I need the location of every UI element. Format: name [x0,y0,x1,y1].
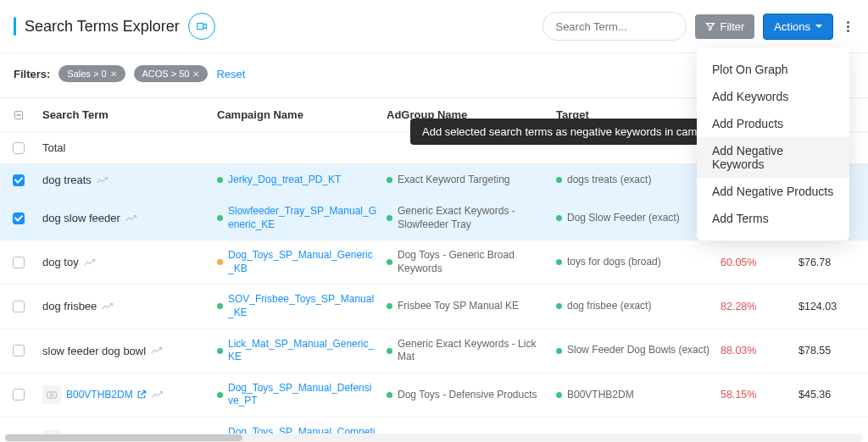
adgroup-text: Generic Exact Keywords - Slowfeeder Tray [398,205,546,231]
asin-link[interactable]: B00VTHB2DM [66,389,147,401]
trend-up-icon [151,346,163,355]
target-text: B00VTHB2DM [567,389,634,402]
status-dot [217,348,223,354]
status-dot [387,348,392,354]
spend-value: $76.78 [793,255,868,270]
campaign-link[interactable]: Dog_Toys_SP_Manual_Defensive_PT [228,382,376,408]
filter-button-label: Filter [720,20,744,33]
row-checkbox[interactable] [13,345,25,356]
filter-chip-sales[interactable]: Sales > 0 ✕ [58,65,125,82]
tooltip-add-negative-keywords: Add selected search terms as negative ke… [410,119,742,145]
table-row[interactable]: dog frisbee SOV_Frisbee_Toys_SP_Manual_K… [0,285,868,329]
table-row[interactable]: slow feeder dog bowl Lick_Mat_SP_Manual_… [0,329,868,373]
status-dot [556,177,562,183]
header-bar: Search Terms Explorer Filter Actions [0,0,868,53]
adgroup-text: Dog Toys - Generic Broad Keywords [398,249,546,275]
row-checkbox[interactable] [13,174,25,186]
adgroup-text: Exact Keyword Targeting [398,174,510,187]
row-checkbox[interactable] [13,257,25,268]
row-checkbox[interactable] [13,301,25,312]
filter-chip-label: Sales > 0 [67,69,106,79]
reset-link[interactable]: Reset [216,68,245,80]
campaign-link[interactable]: Dog_Toys_SP_Manual_Generic_KB [228,249,376,275]
filter-chip-acos[interactable]: ACOS > 50 ✕ [134,65,209,82]
search-term-text: slow feeder dog bowl [42,345,146,357]
campaign-link[interactable]: SOV_Frisbee_Toys_SP_Manual_KE [228,293,376,319]
search-term-text: dog slow feeder [42,212,120,224]
acos-value: 60.05% [715,255,793,270]
filter-button[interactable]: Filter [695,14,754,39]
close-icon[interactable]: ✕ [192,69,199,79]
actions-menu-item[interactable]: Add Negative Products [697,178,849,205]
adgroup-text: Generic Exact Keywords - Lick Mat [398,338,546,364]
actions-menu-item[interactable]: Add Keywords [697,83,849,110]
status-dot [387,259,392,265]
campaign-link[interactable]: Jerky_Dog_treat_PD_KT [228,174,341,187]
actions-menu-item[interactable]: Add Terms [697,205,849,232]
horizontal-scrollbar-thumb[interactable] [5,434,242,441]
actions-menu-item[interactable]: Add Products [697,110,849,137]
status-dot [217,259,223,265]
campaign-link[interactable]: Slowfeeder_Tray_SP_Manual_Generic_KE [228,205,376,231]
acos-value: 58.15% [715,387,793,402]
acos-value: 82.28% [715,299,793,314]
col-campaign[interactable]: Campaign Name [212,107,381,123]
accent-bar [14,17,16,36]
campaign-link[interactable]: Lick_Mat_SP_Manual_Generic_KE [228,338,376,364]
minus-square-icon [14,111,23,119]
status-dot [387,392,392,398]
external-link-icon [136,390,147,400]
actions-button[interactable]: Actions [763,14,833,40]
adgroup-text: Frisbee Toy SP Manual KE [398,300,519,313]
filters-label: Filters: [14,68,50,80]
actions-menu-item[interactable]: Add Negative Keywords [697,137,849,178]
filter-icon [705,21,715,31]
target-text: dogs treats (exact) [567,174,651,187]
status-dot [387,303,392,309]
close-icon[interactable]: ✕ [110,69,117,79]
row-checkbox[interactable] [13,389,25,401]
target-text: dog frisbee (exact) [567,300,651,313]
spend-value: $45.36 [793,387,868,402]
actions-button-label: Actions [774,20,810,33]
select-all-checkbox[interactable] [13,142,25,154]
adgroup-text: Dog Toys - Defensive Products [398,389,537,402]
horizontal-scrollbar-track[interactable] [5,434,863,442]
trend-up-icon [152,390,164,399]
collapse-all-button[interactable] [0,109,37,121]
page-title: Search Terms Explorer [25,18,180,36]
title-area: Search Terms Explorer [14,13,534,40]
product-thumbnail [42,385,61,404]
search-box[interactable] [542,12,687,41]
table-row[interactable]: B00VTHB2DM Dog_Toys_SP_Manual_Defensive_… [0,373,868,417]
target-text: Slow Feeder Dog Bowls (exact) [567,344,709,357]
status-dot [556,215,562,221]
search-input[interactable] [555,20,698,33]
trend-up-icon [125,214,137,223]
status-dot [217,177,223,183]
target-text: Dog Slow Feeder (exact) [567,212,680,225]
svg-rect-4 [47,392,57,398]
spend-value: $78.55 [793,343,868,358]
status-dot [556,392,562,398]
table-row[interactable]: dog toy Dog_Toys_SP_Manual_Generic_KBDog… [0,240,868,285]
search-term-text: dog toy [42,256,79,268]
trend-up-icon [102,302,114,311]
status-dot [217,303,223,309]
video-camera-icon [195,20,209,32]
acos-value: 88.03% [715,343,793,358]
caret-down-icon [815,25,822,28]
status-dot [387,177,392,183]
svg-point-5 [50,394,53,397]
status-dot [556,348,562,354]
trend-up-icon [97,176,108,185]
spend-value: $124.03 [793,299,868,314]
more-menu-button[interactable] [842,16,854,37]
col-search-term[interactable]: Search Term [37,107,212,123]
status-dot [556,259,562,265]
video-tutorial-button[interactable] [188,13,215,40]
row-checkbox[interactable] [13,213,25,224]
filter-chip-label: ACOS > 50 [142,69,190,79]
actions-dropdown-menu: Plot On GraphAdd KeywordsAdd ProductsAdd… [697,47,849,240]
actions-menu-item[interactable]: Plot On Graph [697,56,849,83]
